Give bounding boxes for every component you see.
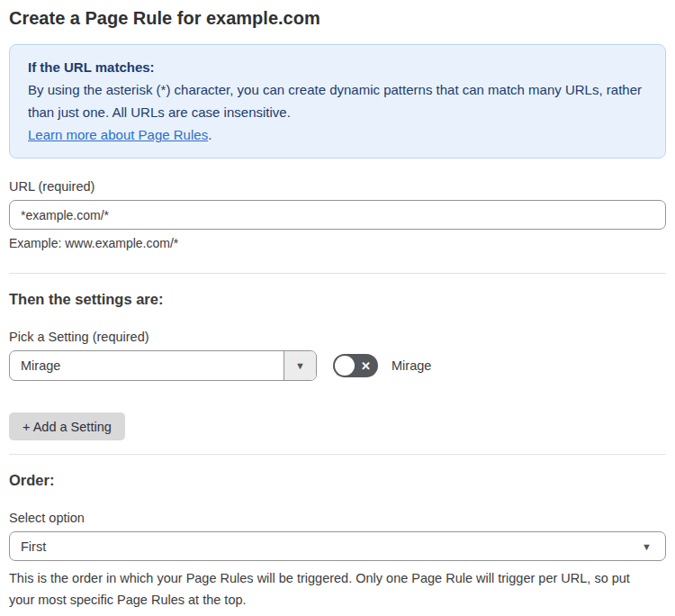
mirage-toggle[interactable]: ✕ bbox=[333, 354, 378, 377]
section-divider bbox=[9, 273, 666, 274]
info-box-heading: If the URL matches: bbox=[28, 56, 647, 78]
order-helper-text: This is the order in which your Page Rul… bbox=[9, 567, 657, 611]
setting-select-value: Mirage bbox=[10, 351, 284, 380]
chevron-down-icon: ▼ bbox=[642, 541, 654, 552]
setting-select-arrow-button[interactable]: ▼ bbox=[284, 351, 316, 380]
info-box-body: By using the asterisk (*) character, you… bbox=[28, 78, 647, 123]
add-setting-button[interactable]: + Add a Setting bbox=[9, 412, 125, 440]
settings-section-heading: Then the settings are: bbox=[9, 291, 666, 308]
order-select[interactable]: First ▼ bbox=[9, 531, 666, 561]
setting-row: Mirage ▼ ✕ Mirage bbox=[9, 350, 666, 381]
info-box-link-line: Learn more about Page Rules. bbox=[28, 123, 647, 146]
order-section-heading: Order: bbox=[9, 472, 666, 489]
pick-setting-label: Pick a Setting (required) bbox=[9, 330, 666, 344]
learn-more-link[interactable]: Learn more about Page Rules bbox=[28, 127, 208, 142]
order-select-label: Select option bbox=[9, 511, 666, 525]
url-field-label: URL (required) bbox=[9, 179, 666, 194]
link-period: . bbox=[208, 127, 212, 142]
page-title: Create a Page Rule for example.com bbox=[9, 8, 666, 29]
setting-select[interactable]: Mirage ▼ bbox=[9, 350, 317, 381]
toggle-knob bbox=[335, 356, 355, 376]
url-match-info-box: If the URL matches: By using the asteris… bbox=[9, 44, 666, 159]
toggle-label: Mirage bbox=[392, 358, 431, 373]
order-select-value: First bbox=[21, 539, 642, 554]
toggle-off-x-icon: ✕ bbox=[361, 360, 371, 372]
chevron-down-icon: ▼ bbox=[295, 360, 305, 371]
url-example-helper: Example: www.example.com/* bbox=[9, 236, 666, 250]
url-input[interactable] bbox=[9, 200, 666, 230]
section-divider bbox=[9, 454, 666, 455]
